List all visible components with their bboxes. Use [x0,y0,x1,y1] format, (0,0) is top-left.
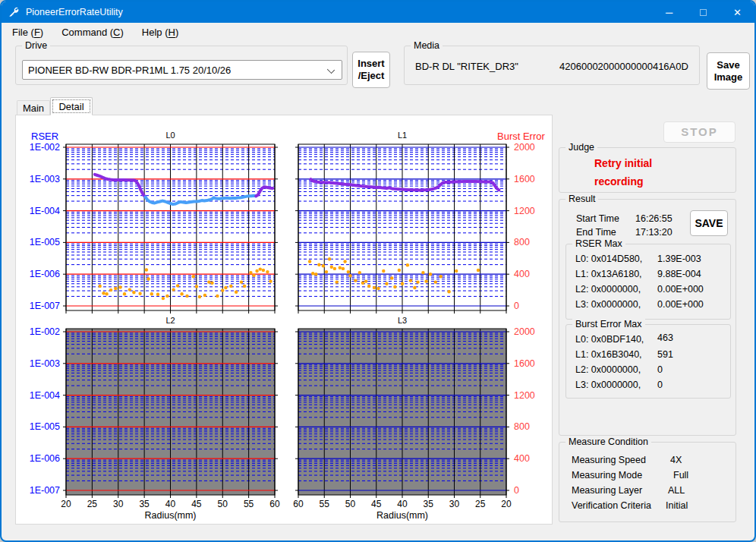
tab-detail[interactable]: Detail [50,97,93,115]
drive-selected-value: PIONEER BD-RW BDR-PR1ML 1.75 20/10/26 [28,65,231,76]
burst-max-l0-value: 463 [657,332,673,343]
burst-error-max-label: Burst Error Max [572,319,645,329]
save-image-button[interactable]: Save Image [707,52,750,90]
start-time-value: 16:26:55 [635,213,673,224]
chart-L0: L01E-0021E-0031E-0041E-0051E-0061E-007 [30,131,278,314]
rser-axis-title: RSER [31,131,58,142]
svg-text:1E-007: 1E-007 [30,485,60,496]
menu-help[interactable]: Help (H) [134,24,186,40]
measuring-layer-label: Measuring Layer [572,485,642,496]
result-groupbox: Result Start Time 16:26:55 End Time 17:1… [559,199,736,436]
svg-text:60: 60 [269,499,280,509]
chevron-down-icon [327,66,335,74]
svg-text:1E-002: 1E-002 [30,142,60,153]
measure-condition-label: Measure Condition [565,436,651,447]
tab-main[interactable]: Main [17,100,50,115]
end-time-label: End Time [576,227,616,238]
verification-criteria-label: Verification Criteria [572,500,651,511]
measuring-layer-value: ALL [668,485,685,496]
svg-text:1E-005: 1E-005 [30,237,60,247]
menu-command[interactable]: Command (C) [54,24,131,40]
drive-groupbox: Drive PIONEER BD-RW BDR-PR1ML 1.75 20/10… [15,46,348,85]
charts-canvas: RSERBurst ErrorL01E-0021E-0031E-0041E-00… [16,115,552,524]
burst-max-l1-addr: L1: 0x16B3040, [575,349,642,360]
burst-max-l2-addr: L2: 0x0000000, [575,364,641,375]
media-type: BD-R DL "RITEK_DR3" [415,61,518,72]
rser-max-l3-value: 0.00E+000 [657,299,704,310]
insert-eject-button[interactable]: Insert /Eject [352,52,390,88]
svg-text:1E-004: 1E-004 [30,390,60,401]
maximize-icon [700,9,707,16]
chart-L1: L12000160012008004000 [295,131,535,314]
menu-file[interactable]: File (F) [5,24,51,40]
svg-text:45: 45 [191,499,202,509]
svg-text:60: 60 [293,499,304,509]
svg-text:1E-006: 1E-006 [30,453,60,464]
measuring-speed-label: Measuring Speed [572,455,646,465]
svg-text:25: 25 [475,499,486,509]
burst-max-l3-value: 0 [657,380,663,390]
svg-text:1E-005: 1E-005 [30,421,60,432]
judge-groupbox: Judge Retry initial recording [559,147,736,193]
burst-max-l1-value: 591 [657,349,673,360]
drive-group-label: Drive [22,40,50,51]
svg-text:25: 25 [87,499,98,509]
minimize-icon: ─ [666,7,673,18]
media-id: 42060002000000000416A0D [559,61,688,72]
minimize-button[interactable]: ─ [652,2,686,23]
svg-text:400: 400 [514,453,530,464]
svg-text:0: 0 [514,485,519,496]
end-time-value: 17:13:20 [635,227,673,238]
rser-max-l0-value: 1.39E-003 [657,254,701,264]
svg-text:55: 55 [244,499,254,509]
maximize-button[interactable] [686,2,720,23]
title-bar: PioneerErrorRateUtility ─ ✕ [2,2,754,23]
svg-text:1E-003: 1E-003 [30,174,60,184]
svg-text:2000: 2000 [514,326,535,337]
svg-text:20: 20 [501,499,512,509]
svg-text:1600: 1600 [514,174,535,184]
wrench-icon [8,6,20,18]
measure-condition-groupbox: Measure Condition Measuring Speed 4X Mea… [559,442,736,522]
start-time-label: Start Time [576,213,619,224]
rser-max-l0-addr: L0: 0x014D580, [575,254,642,264]
svg-text:Radius(mm): Radius(mm) [376,510,428,521]
svg-text:1E-004: 1E-004 [30,206,60,216]
app-window: PioneerErrorRateUtility ─ ✕ File (F) Com… [0,0,756,542]
svg-text:55: 55 [320,499,330,509]
judge-message-line1: Retry initial [594,157,652,169]
svg-text:50: 50 [218,499,228,509]
svg-text:L1: L1 [398,131,407,140]
menu-bar: File (F) Command (C) Help (H) [2,23,754,41]
rser-max-l2-value: 0.00E+000 [657,284,704,295]
drive-select[interactable]: PIONEER BD-RW BDR-PR1ML 1.75 20/10/26 [22,60,342,80]
measuring-speed-value: 4X [670,455,682,465]
close-button[interactable]: ✕ [720,2,754,23]
chart-L3: L36055504540353025202000160012008004000R… [293,316,535,521]
svg-text:2000: 2000 [514,142,535,153]
svg-text:1E-003: 1E-003 [30,358,60,369]
burst-axis-title: Burst Error [497,131,546,142]
detail-tab-panel: RSERBurst ErrorL01E-0021E-0031E-0041E-00… [15,115,553,525]
burst-error-max-groupbox: Burst Error Max L0: 0x0BDF140, 463 L1: 0… [565,324,731,399]
save-button[interactable]: SAVE [690,210,728,236]
verification-criteria-value: Initial [666,500,688,511]
rser-max-l1-addr: L1: 0x13A6180, [575,269,642,279]
svg-text:0: 0 [514,301,519,311]
svg-text:800: 800 [514,237,530,247]
svg-text:L0: L0 [165,131,175,140]
svg-text:45: 45 [371,499,382,509]
measuring-mode-value: Full [673,470,688,481]
svg-text:50: 50 [345,499,356,509]
svg-text:20: 20 [61,499,71,509]
burst-max-l0-addr: L0: 0x0BDF140, [575,334,644,345]
svg-text:30: 30 [449,499,460,509]
result-group-label: Result [565,194,598,204]
svg-text:35: 35 [424,499,434,509]
svg-text:800: 800 [514,421,530,432]
stop-button[interactable]: STOP [663,121,736,143]
rser-max-l1-value: 9.88E-004 [657,269,701,279]
svg-text:L2: L2 [165,316,175,325]
svg-text:1200: 1200 [514,390,535,401]
svg-text:40: 40 [397,499,408,509]
